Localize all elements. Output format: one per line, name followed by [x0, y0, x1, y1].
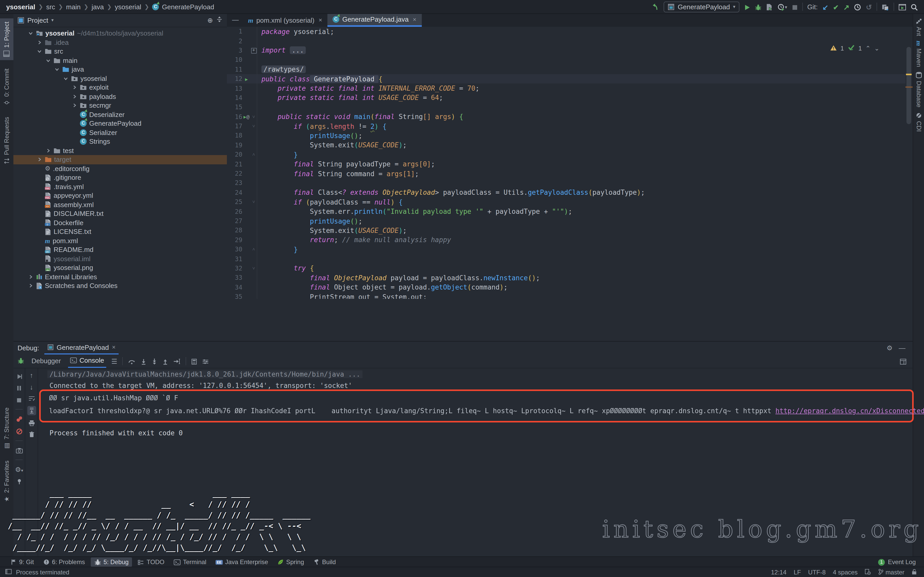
tree-item-dockerfile[interactable]: D Dockerfile	[13, 218, 227, 227]
force-into-button[interactable]	[152, 357, 158, 365]
tool-strip-maven[interactable]: mMaven	[913, 41, 924, 67]
tree-item-external-libraries[interactable]: External Libraries	[13, 272, 227, 281]
code-area[interactable]: 1 package ysoserial; 2 3 + import ... 10…	[227, 27, 913, 341]
doc-run-button[interactable]	[766, 3, 773, 11]
toolwindow-tab-build[interactable]: Build	[310, 558, 339, 567]
tree-expander[interactable]	[28, 284, 34, 288]
tree-item-ysoserial[interactable]: ysoserial ~/d4m1ts/tools/java/ysoserial	[13, 29, 227, 38]
scrollend-button[interactable]	[27, 406, 36, 415]
arrow-up-button[interactable]: ↑	[30, 371, 33, 379]
tool-strip-cdi[interactable]: CDI	[913, 112, 924, 131]
inspection-widget[interactable]: 1 1 ⌃ ⌄	[830, 44, 879, 53]
line-number[interactable]: 33	[227, 274, 242, 282]
line-number[interactable]: 13	[227, 85, 242, 92]
trash-button[interactable]	[29, 430, 34, 438]
run-cursor-button[interactable]	[173, 357, 181, 365]
tool-strip----favorites[interactable]: ★2: Favorites	[0, 458, 13, 506]
tree-item-license-txt[interactable]: LICENSE.txt	[13, 227, 227, 236]
indent-gear-icon[interactable]	[865, 569, 871, 576]
run-line-icon[interactable]: ▶	[244, 114, 247, 119]
tree-item-secmgr[interactable]: secmgr	[13, 101, 227, 110]
play-green-button[interactable]	[744, 3, 750, 11]
event-log-button[interactable]: 1 Event Log	[878, 558, 924, 566]
tree-item-java[interactable]: java	[13, 65, 227, 74]
debug-tab-debugger[interactable]: Debugger	[29, 354, 63, 368]
line-number[interactable]: 15	[227, 104, 242, 111]
tree-expander[interactable]	[72, 85, 78, 90]
tree-expander[interactable]	[63, 76, 69, 81]
tree-item-strings[interactable]: C Strings	[13, 137, 227, 146]
line-number[interactable]: 18	[227, 132, 242, 139]
toolwindow-tab-java-enterprise[interactable]: EEJava Enterprise	[212, 558, 271, 567]
layout-options-button[interactable]: ☰	[111, 357, 117, 365]
tree-item--travis-yml[interactable]: YML .travis.yml	[13, 182, 227, 191]
close-icon[interactable]: ×	[319, 16, 322, 24]
tree-item-payloads[interactable]: payloads	[13, 92, 227, 101]
fold-expand-icon[interactable]: +	[251, 48, 257, 53]
bug-green-button[interactable]	[755, 3, 762, 11]
bp2-button[interactable]	[16, 415, 23, 423]
toolwindow-tab-terminal[interactable]: Terminal	[170, 558, 210, 567]
breadcrumb-item[interactable]: ysoserial	[6, 3, 36, 11]
tree-item-generatepayload[interactable]: C GeneratePayload	[13, 119, 227, 128]
settings-sliders-button[interactable]	[202, 357, 209, 365]
tree-item-serializer[interactable]: C Serializer	[13, 128, 227, 137]
step-out-button[interactable]	[163, 357, 168, 365]
status-panel-icon[interactable]	[5, 569, 12, 576]
tree-expander[interactable]	[28, 31, 34, 36]
fold-icon[interactable]: ˅	[252, 199, 255, 205]
tree-item-readme-md[interactable]: MD README.md	[13, 245, 227, 254]
tree-item-test[interactable]: test	[13, 146, 227, 155]
warning-stripe-mark[interactable]	[906, 74, 912, 75]
line-number[interactable]: 35	[227, 293, 242, 299]
line-number[interactable]: 30	[227, 246, 242, 253]
tree-item-ysoserial-iml[interactable]: ysoserial.iml	[13, 254, 227, 263]
prev-chevron-icon[interactable]: ⌃	[866, 45, 871, 52]
tree-item-pom-xml[interactable]: m pom.xml	[13, 236, 227, 245]
line-number[interactable]: 3	[227, 47, 242, 54]
line-number[interactable]: 22	[227, 170, 242, 177]
tree-item-src[interactable]: src	[13, 47, 227, 56]
breadcrumb-item[interactable]: main	[66, 3, 81, 11]
tool-strip-database[interactable]: Database	[913, 72, 924, 107]
tree-item-ysoserial-png[interactable]: ysoserial.png	[13, 263, 227, 272]
tree-item-target[interactable]: target	[13, 155, 227, 164]
clock-run-button[interactable]: ▾	[777, 3, 787, 11]
restore-layout-button[interactable]	[900, 357, 913, 365]
tree-item-main[interactable]: main	[13, 56, 227, 65]
line-number[interactable]: 34	[227, 284, 242, 291]
tree-item--idea[interactable]: .idea	[13, 38, 227, 47]
stop-gray-button[interactable]	[792, 3, 797, 11]
dnslog-link[interactable]: http://epraqr.dnslog.cn/xDisconnected	[775, 407, 924, 415]
softwrap-button[interactable]	[28, 394, 35, 401]
git-push-button[interactable]: ↗	[843, 3, 849, 11]
editor-tab-pom-xml--ysoserial-[interactable]: mpom.xml (ysoserial)×	[243, 13, 328, 27]
tool-strip----project[interactable]: 1: Project	[0, 19, 13, 60]
tool-strip-ant[interactable]: Ant	[913, 18, 924, 36]
line-number[interactable]: 31	[227, 255, 242, 263]
tree-item-exploit[interactable]: exploit	[13, 83, 227, 92]
search-button[interactable]	[911, 3, 918, 11]
line-number[interactable]: 17	[227, 122, 242, 130]
line-number[interactable]: 25	[227, 198, 242, 206]
tree-item-ysoserial[interactable]: ysoserial	[13, 74, 227, 83]
run-line-icon[interactable]: ▶	[245, 76, 248, 82]
toolwindow-tab-5--debug[interactable]: 5: Debug	[90, 558, 132, 567]
tree-expander[interactable]	[37, 40, 42, 45]
line-number[interactable]: 29	[227, 237, 242, 244]
breadcrumb-item-current[interactable]: GeneratePayload	[162, 3, 214, 11]
line-number[interactable]: 24	[227, 189, 242, 196]
toolwindow-tab-todo[interactable]: TODO	[134, 558, 168, 567]
tree-expander[interactable]	[54, 67, 60, 72]
step-over-button[interactable]	[128, 357, 136, 365]
toolwindow-tab-spring[interactable]: Spring	[274, 558, 308, 567]
close-icon[interactable]: ×	[112, 343, 115, 351]
tool-strip-pull-requests[interactable]: Pull Requests	[0, 114, 13, 168]
fold-icon[interactable]: ˅	[252, 124, 255, 129]
breadcrumb-item[interactable]: src	[46, 3, 55, 11]
tree-expander[interactable]	[72, 94, 78, 99]
tool-strip----commit[interactable]: 0: Commit	[0, 65, 13, 109]
line-number[interactable]: 28	[227, 227, 242, 234]
tree-item--editorconfig[interactable]: ⚙ .editorconfig	[13, 164, 227, 173]
gear-caret-button[interactable]: ⚙▾	[15, 466, 23, 473]
